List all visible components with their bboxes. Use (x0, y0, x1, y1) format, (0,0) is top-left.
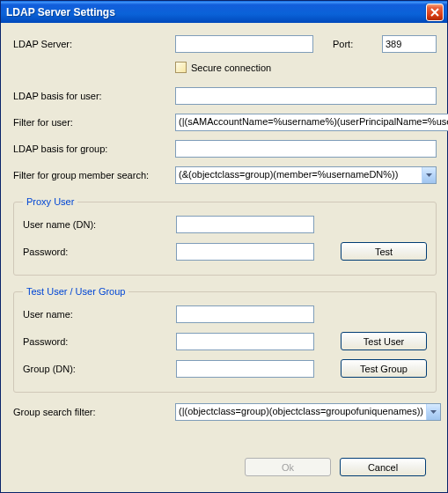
filter-group-member-combo[interactable]: (&(objectclass=group)(member=%usernameDN… (175, 166, 437, 184)
chevron-down-icon (430, 410, 437, 414)
close-button[interactable] (426, 4, 444, 21)
label-test-username: User name: (23, 309, 176, 320)
label-ldap-server: LDAP Server: (13, 39, 175, 49)
test-user-button[interactable]: Test User (341, 332, 427, 350)
dialog-content: LDAP Server: Port: Secure connection LDA… (1, 23, 447, 492)
proxy-user-legend: Proxy User (23, 196, 77, 207)
window-title: LDAP Server Settings (6, 6, 115, 18)
cancel-button[interactable]: Cancel (340, 458, 426, 476)
filter-group-member-value: (&(objectclass=group)(member=%usernameDN… (176, 167, 422, 183)
ldap-basis-user-input[interactable] (175, 87, 437, 105)
label-secure-connection: Secure connection (191, 63, 271, 73)
row-ldap-basis-user: LDAP basis for user: (13, 87, 437, 105)
row-group-search-filter: Group search filter: (|(objectclass=grou… (13, 403, 437, 421)
test-user-group: Test User / User Group User name: Passwo… (13, 286, 437, 393)
label-proxy-username: User name (DN): (23, 219, 176, 230)
test-password-input[interactable] (176, 333, 314, 350)
test-group-button[interactable]: Test Group (341, 359, 427, 378)
row-secure-connection: Secure connection (13, 62, 437, 73)
titlebar: LDAP Server Settings (1, 1, 447, 23)
label-proxy-password: Password: (23, 246, 176, 257)
row-ldap-server: LDAP Server: Port: (13, 35, 437, 53)
test-group-input[interactable] (176, 360, 314, 378)
label-port: Port: (333, 39, 353, 49)
row-proxy-username: User name (DN): (23, 216, 427, 233)
proxy-username-input[interactable] (176, 216, 314, 233)
filter-group-member-dropdown-button[interactable] (422, 167, 436, 183)
group-search-filter-combo[interactable]: (|(objectclass=group)(objectclass=groupo… (175, 403, 441, 421)
row-test-password: Password: Test User (23, 332, 427, 350)
close-icon (430, 8, 439, 17)
group-search-filter-value: (|(objectclass=group)(objectclass=groupo… (176, 404, 426, 420)
label-test-group: Group (DN): (23, 364, 176, 374)
label-test-password: Password: (23, 336, 176, 347)
label-filter-user: Filter for user: (13, 117, 175, 128)
secure-connection-checkbox[interactable] (175, 62, 187, 73)
ldap-basis-group-input[interactable] (175, 140, 437, 158)
label-ldap-basis-group: LDAP basis for group: (13, 143, 175, 154)
proxy-password-input[interactable] (176, 243, 314, 261)
dialog-window: LDAP Server Settings LDAP Server: Port: … (0, 0, 448, 493)
label-group-search-filter: Group search filter: (13, 407, 175, 417)
row-filter-user: Filter for user: (|(sAMAccountName=%user… (13, 114, 437, 131)
row-test-username: User name: (23, 305, 427, 323)
ldap-server-input[interactable] (175, 35, 313, 53)
row-test-group: Group (DN): Test Group (23, 359, 427, 378)
test-button[interactable]: Test (341, 242, 427, 261)
row-proxy-password: Password: Test (23, 242, 427, 261)
filter-user-value: (|(sAMAccountName=%username%)(userPrinci… (176, 114, 448, 130)
proxy-user-group: Proxy User User name (DN): Password: Tes… (13, 196, 437, 276)
filter-user-combo[interactable]: (|(sAMAccountName=%username%)(userPrinci… (175, 114, 448, 131)
test-username-input[interactable] (176, 305, 314, 323)
port-input[interactable] (382, 35, 437, 53)
label-ldap-basis-user: LDAP basis for user: (13, 91, 175, 101)
dialog-footer: Ok Cancel (13, 453, 437, 485)
test-user-legend: Test User / User Group (23, 286, 129, 297)
row-ldap-basis-group: LDAP basis for group: (13, 140, 437, 158)
chevron-down-icon (426, 173, 432, 177)
group-search-filter-dropdown-button[interactable] (426, 404, 440, 420)
label-filter-group-member: Filter for group member search: (13, 170, 175, 180)
ok-button[interactable]: Ok (245, 458, 331, 476)
row-filter-group-member: Filter for group member search: (&(objec… (13, 166, 437, 184)
